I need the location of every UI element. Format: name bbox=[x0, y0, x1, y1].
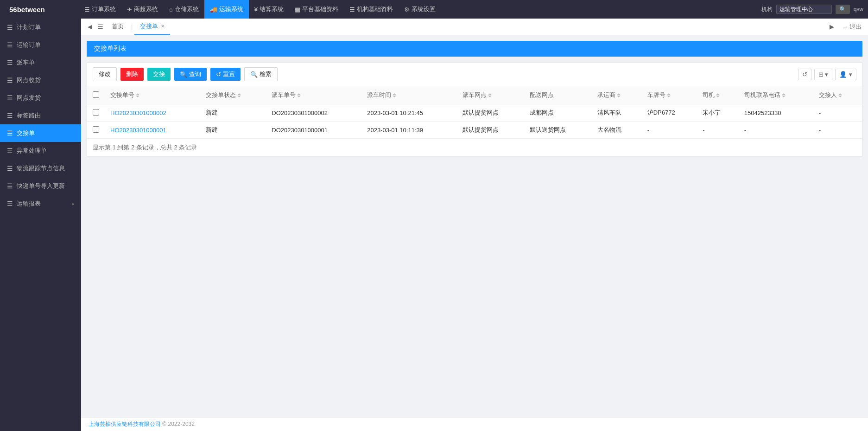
footer: 上海芸柚供应链科技有限公司 © 2022-2032 bbox=[81, 417, 868, 431]
sort-plate-no[interactable] bbox=[667, 93, 671, 97]
nav-menu: ☰ 订单系统 ✈ 商超系统 ⌂ 仓储系统 🚚 运输系统 ¥ 结算系统 ▦ 平台基… bbox=[79, 0, 761, 19]
nav-finance-icon: ¥ bbox=[254, 6, 258, 13]
cell-handover-no: HO20230301000001 bbox=[105, 122, 200, 139]
cell-dispatch-no: DO20230301000002 bbox=[266, 104, 361, 122]
handover-button[interactable]: 交接 bbox=[147, 68, 171, 81]
tab-menu-button[interactable]: ☰ bbox=[95, 23, 106, 30]
select-all-checkbox[interactable] bbox=[93, 91, 99, 98]
nav-settings[interactable]: ⚙ 系统设置 bbox=[399, 0, 441, 19]
nav-org-icon: ☰ bbox=[349, 6, 355, 13]
table-row: HO20230301000001 新建 DO20230301000001 202… bbox=[87, 122, 862, 139]
toolbar: 修改 删除 交接 🔍 查询 ↺ 重置 🔍 检索 ↺ ⊞ ▾ bbox=[87, 63, 862, 86]
th-carrier: 承运商 bbox=[592, 86, 642, 104]
tab-close-icon[interactable]: ✕ bbox=[161, 24, 165, 29]
nav-platform-icon: ▦ bbox=[295, 6, 300, 13]
th-driver: 司机 bbox=[697, 86, 739, 104]
handover-no-link-1[interactable]: HO20230301000001 bbox=[110, 127, 166, 134]
sort-driver-phone[interactable] bbox=[782, 93, 786, 97]
nav-finance[interactable]: ¥ 结算系统 bbox=[249, 0, 289, 19]
sidebar-item-tracking[interactable]: ☰ 物流跟踪节点信息 bbox=[0, 160, 81, 177]
express-import-icon: ☰ bbox=[7, 182, 13, 190]
search-icon: 🔍 bbox=[180, 71, 187, 78]
sort-handover-person[interactable] bbox=[838, 93, 842, 97]
network-dispatch-icon: ☰ bbox=[7, 94, 13, 102]
cell-driver-phone: 15042523330 bbox=[739, 104, 813, 122]
cell-dispatch-time: 2023-03-01 10:21:45 bbox=[361, 104, 457, 122]
th-driver-phone: 司机联系电话 bbox=[739, 86, 813, 104]
table-wrap: 交接单号 交接单状态 bbox=[87, 86, 862, 139]
user-label: qsw bbox=[854, 6, 863, 13]
nav-warehouse-icon: ⌂ bbox=[169, 6, 173, 13]
cell-handover-person: - bbox=[813, 122, 862, 139]
row-checkbox-1[interactable] bbox=[93, 126, 99, 133]
sidebar-item-express-import[interactable]: ☰ 快递单号导入更新 bbox=[0, 177, 81, 195]
th-status: 交接单状态 bbox=[200, 86, 266, 104]
cell-status: 新建 bbox=[200, 122, 266, 139]
tab-separator: | bbox=[131, 23, 133, 30]
tab-next-button[interactable]: ▶ bbox=[827, 23, 837, 30]
th-handover-person: 交接人 bbox=[813, 86, 862, 104]
handover-no-link-0[interactable]: HO20230301000002 bbox=[110, 109, 166, 116]
dispatch-icon: ☰ bbox=[7, 59, 13, 66]
row-checkbox-0[interactable] bbox=[93, 109, 99, 116]
sidebar-item-handover[interactable]: ☰ 交接单 bbox=[0, 124, 81, 142]
sidebar-item-exception[interactable]: ☰ 异常处理单 bbox=[0, 142, 81, 160]
top-right: 机构 🔍 qsw bbox=[761, 5, 863, 14]
sidebar-item-transport-orders[interactable]: ☰ 运输订单 bbox=[0, 36, 81, 54]
nav-org[interactable]: ☰ 机构基础资料 bbox=[344, 0, 399, 19]
column-settings-button[interactable]: ⊞ ▾ bbox=[814, 69, 833, 80]
filter-icon: 🔍 bbox=[250, 71, 258, 78]
transport-report-arrow: ● bbox=[71, 201, 74, 206]
sort-dispatch-point[interactable] bbox=[488, 93, 492, 97]
nav-market[interactable]: ✈ 商超系统 bbox=[121, 0, 164, 19]
sidebar-item-transport-report[interactable]: ☰ 运输报表 ● bbox=[0, 195, 81, 212]
org-input[interactable] bbox=[776, 5, 832, 14]
cell-checkbox[interactable] bbox=[87, 122, 105, 139]
cell-checkbox[interactable] bbox=[87, 104, 105, 122]
planned-orders-icon: ☰ bbox=[7, 24, 13, 31]
sort-dispatch-no[interactable] bbox=[297, 93, 301, 97]
edit-button[interactable]: 修改 bbox=[93, 67, 117, 81]
sidebar-item-label-route[interactable]: ☰ 标签路由 bbox=[0, 107, 81, 124]
nav-order-icon: ☰ bbox=[84, 6, 90, 13]
sidebar-item-planned-orders[interactable]: ☰ 计划订单 bbox=[0, 19, 81, 36]
nav-transport[interactable]: 🚚 运输系统 bbox=[204, 0, 249, 19]
nav-warehouse[interactable]: ⌂ 仓储系统 bbox=[164, 0, 204, 19]
sort-carrier[interactable] bbox=[617, 93, 621, 97]
sort-handover-no[interactable] bbox=[136, 93, 139, 97]
more-actions-button[interactable]: 👤 ▾ bbox=[835, 69, 856, 80]
reset-button[interactable]: ↺ 重置 bbox=[210, 68, 241, 81]
exit-button[interactable]: → 退出 bbox=[839, 23, 864, 31]
transport-orders-icon: ☰ bbox=[7, 41, 13, 49]
tab-prev-button[interactable]: ◀ bbox=[85, 23, 95, 30]
tab-handover[interactable]: 交接单 ✕ bbox=[134, 19, 170, 35]
exit-icon: → bbox=[842, 23, 848, 30]
sort-dispatch-time[interactable] bbox=[393, 93, 396, 97]
sidebar-item-network-dispatch[interactable]: ☰ 网点发货 bbox=[0, 89, 81, 107]
org-label: 机构 bbox=[761, 6, 773, 13]
global-search-button[interactable]: 🔍 bbox=[836, 5, 850, 14]
cell-driver: 宋小宁 bbox=[697, 104, 739, 122]
sidebar-item-dispatch[interactable]: ☰ 派车单 bbox=[0, 54, 81, 71]
sort-status[interactable] bbox=[237, 93, 241, 97]
th-checkbox bbox=[87, 86, 105, 104]
search-text-button[interactable]: 🔍 检索 bbox=[244, 67, 278, 81]
sidebar: ☰ 计划订单 ☰ 运输订单 ☰ 派车单 ☰ 网点收货 ☰ 网点发货 ☰ 标签路由… bbox=[0, 19, 81, 431]
app-logo: 56between bbox=[5, 6, 79, 13]
page-content: 交接单列表 修改 删除 交接 🔍 查询 ↺ 重置 🔍 检索 bbox=[81, 35, 868, 162]
footer-link[interactable]: 上海芸柚供应链科技有限公司 bbox=[89, 421, 161, 427]
cell-plate-no: - bbox=[642, 122, 697, 139]
nav-order[interactable]: ☰ 订单系统 bbox=[79, 0, 121, 19]
tab-home[interactable]: 首页 bbox=[106, 19, 129, 35]
sort-driver[interactable] bbox=[716, 93, 720, 97]
sidebar-item-network-receive[interactable]: ☰ 网点收货 bbox=[0, 71, 81, 89]
cell-driver-phone: - bbox=[739, 122, 813, 139]
delete-button[interactable]: 删除 bbox=[120, 68, 144, 81]
refresh-table-button[interactable]: ↺ bbox=[798, 69, 811, 80]
refresh-icon: ↺ bbox=[216, 71, 221, 78]
query-button[interactable]: 🔍 查询 bbox=[174, 68, 207, 81]
nav-transport-icon: 🚚 bbox=[210, 6, 217, 13]
cell-dispatch-time: 2023-03-01 10:11:39 bbox=[361, 122, 457, 139]
content-area: 修改 删除 交接 🔍 查询 ↺ 重置 🔍 检索 ↺ ⊞ ▾ bbox=[87, 62, 862, 157]
nav-platform[interactable]: ▦ 平台基础资料 bbox=[289, 0, 344, 19]
